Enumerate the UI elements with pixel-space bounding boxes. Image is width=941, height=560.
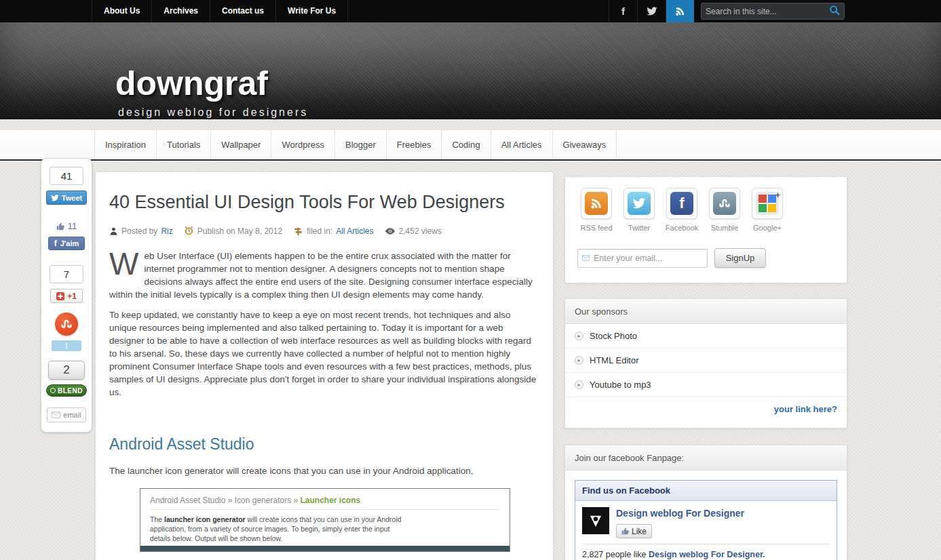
stumble-label: Stumble [711, 224, 738, 232]
email-share-label: email [63, 411, 81, 419]
blend-button[interactable]: BLEND [46, 384, 87, 397]
search-input[interactable] [706, 7, 829, 16]
sponsor-row-html-editor: ▸ HTML Editor [565, 348, 847, 373]
section-text: The launcher icon generator will create … [109, 464, 539, 477]
category-link[interactable]: All Articles [336, 226, 373, 236]
topnav-archives[interactable]: Archives [152, 0, 210, 22]
meta-date: Publish on May 8, 2012 [184, 226, 282, 236]
facebook-f-icon: f [54, 239, 57, 248]
page: About Us Archives Contact us Write For U… [0, 0, 941, 560]
google-plus-icon: + [756, 192, 779, 215]
facebook-like-label: J'aim [60, 239, 79, 247]
facebook-likebox-widget: Find us on Facebook Design weblog For De… [575, 480, 837, 560]
fanpage-name-link[interactable]: Design weblog For Designer [616, 508, 744, 519]
fanpage-like-button[interactable]: Like [616, 524, 652, 538]
article-card: 40 Essential UI Design Tools For Web Des… [95, 172, 554, 560]
nav-wallpaper[interactable]: Wallpaper [210, 130, 271, 159]
nav-inspiration[interactable]: Inspiration [94, 130, 156, 159]
site-logo[interactable]: downgraf [115, 66, 268, 101]
nav-coding[interactable]: Coding [441, 130, 490, 159]
breadcrumb-prefix: Android Asset Studio » Icon generators » [150, 496, 300, 505]
nav-all-articles[interactable]: All Articles [491, 130, 552, 159]
sponsor-row-youtube-mp3: ▸ Youtube to mp3 [565, 373, 847, 397]
topbar-right: f [609, 0, 845, 22]
sponsor-link-html-editor[interactable]: HTML Editor [590, 355, 638, 365]
facebook-icon[interactable]: f [609, 0, 637, 22]
like-count-row: 11 [56, 221, 77, 231]
topnav-contact-us[interactable]: Contact us [210, 0, 276, 22]
rss-feed-icon [585, 192, 608, 215]
paragraph-1-text: eb User Interface (UI) elements happen t… [109, 251, 533, 300]
blend-count: 2 [48, 361, 85, 380]
google-plusone-button[interactable]: +1 [50, 289, 83, 303]
nav-freebies[interactable]: Freebies [386, 130, 442, 159]
fanpage-stats: 2,827 people like Design weblog For Desi… [582, 544, 830, 560]
plusone-count: 7 [50, 265, 83, 283]
twitter-bird-icon [51, 195, 59, 201]
section-heading: Android Asset Studio [109, 435, 539, 454]
sponsor-link-stock-photo[interactable]: Stock Photo [590, 331, 637, 341]
sidebar-sponsors-card: Our sponsors ▸ Stock Photo ▸ HTML Editor… [564, 298, 847, 428]
facebook-widget-body: Design weblog For Designer Like [575, 501, 837, 544]
meta-author: Posted by Riz [109, 226, 173, 236]
screenshot-text-bold: launcher icon generator [164, 515, 246, 523]
sidebar-fanpage-card: Join our facebook Fanpage: Find us on Fa… [564, 445, 847, 560]
posted-by-label: Posted by [121, 226, 157, 236]
plusone-label: +1 [67, 292, 77, 301]
sidebar-googleplus-link[interactable]: + Google+ [747, 188, 788, 232]
search-icon[interactable] [829, 5, 840, 18]
nav-blogger[interactable]: Blogger [334, 130, 386, 159]
tweet-button[interactable]: Tweet [46, 191, 87, 205]
blend-logo-icon [50, 388, 56, 393]
screenshot-breadcrumb: Android Asset Studio » Icon generators »… [150, 496, 500, 510]
twitter-bird-icon [628, 192, 651, 215]
arrow-bullet-icon: ▸ [575, 380, 583, 389]
nav-tutorials[interactable]: Tutorials [156, 130, 210, 159]
article-paragraph-2: To keep updated, we constantly have to k… [109, 308, 539, 399]
your-link-here-link[interactable]: your link here? [774, 404, 837, 414]
sponsor-link-youtube-mp3[interactable]: Youtube to mp3 [590, 380, 651, 390]
tweet-button-label: Tweet [62, 194, 82, 202]
fanpage-header: Join our facebook Fanpage: [565, 445, 847, 471]
nav-wordpress[interactable]: Wordpress [271, 130, 334, 159]
fanpage-stats-name: Design weblog For Designer. [649, 550, 765, 559]
stumbleupon-icon[interactable] [55, 313, 78, 336]
signpost-icon [293, 226, 303, 236]
blend-label: BLEND [58, 387, 83, 395]
email-field[interactable] [594, 254, 703, 263]
facebook-label: Facebook [666, 224, 698, 232]
filed-in-label: filed in: [307, 226, 332, 236]
rss-label: RSS feed [580, 224, 612, 232]
article-screenshot: Android Asset Studio » Icon generators »… [140, 488, 510, 552]
sidebar-rss-link[interactable]: RSS feed [576, 188, 617, 232]
sidebar-twitter-link[interactable]: Twitter [619, 188, 659, 232]
publish-date-label: Publish on May 8, 2012 [197, 226, 282, 236]
rss-icon-card [581, 188, 612, 219]
fanpage-stats-prefix: 2,827 people like [582, 550, 649, 559]
facebook-like-button[interactable]: f J'aim [48, 237, 85, 250]
article-paragraph-1: Web User Interface (UI) elements happen … [109, 249, 539, 301]
meta-views: 2,452 views [385, 226, 442, 236]
arrow-bullet-icon: ▸ [575, 332, 583, 340]
signup-button[interactable]: SignUp [714, 248, 766, 268]
top-bar: About Us Archives Contact us Write For U… [0, 0, 941, 22]
sidebar-stumble-link[interactable]: Stumble [704, 188, 745, 232]
twitter-label: Twitter [628, 224, 650, 232]
twitter-icon[interactable] [637, 0, 666, 22]
twitter-icon-card [623, 188, 655, 219]
envelope-icon [52, 412, 60, 418]
sidebar-social-card: RSS feed Twitter f Facebook Stumble [564, 176, 847, 283]
nav-giveaways[interactable]: Giveaways [552, 130, 617, 159]
topnav-about-us[interactable]: About Us [92, 0, 152, 22]
topnav-write-for-us[interactable]: Write For Us [276, 0, 348, 22]
your-link-here: your link here? [565, 397, 847, 414]
screenshot-dark-bar [140, 546, 510, 551]
rss-icon[interactable] [666, 0, 694, 22]
search-box [701, 3, 845, 20]
email-share-button[interactable]: email [47, 407, 86, 422]
author-icon [109, 226, 118, 236]
author-link[interactable]: Riz [161, 226, 172, 236]
facebook-icon-card: f [666, 188, 697, 219]
arrow-bullet-icon: ▸ [575, 356, 583, 365]
sidebar-facebook-link[interactable]: f Facebook [661, 188, 702, 232]
